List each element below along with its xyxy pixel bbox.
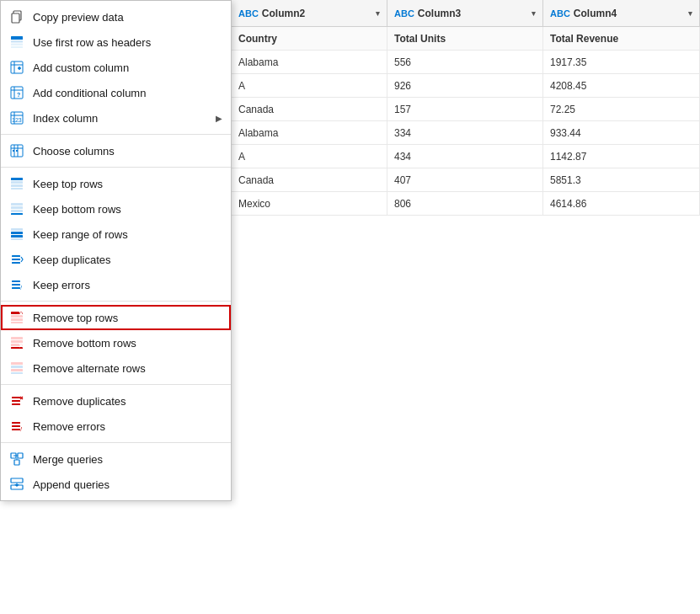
svg-rect-41 xyxy=(12,255,20,257)
cell-5-2: 434 xyxy=(387,145,543,168)
menu-item-keep-range[interactable]: Keep range of rows xyxy=(1,222,231,247)
col4-type-icon: ABC xyxy=(550,8,570,19)
col2-type-icon: ABC xyxy=(238,8,259,19)
cell-7-2: 806 xyxy=(387,192,543,215)
svg-rect-64 xyxy=(12,397,20,398)
header-icon xyxy=(9,35,24,50)
svg-rect-66 xyxy=(12,403,20,405)
cell-2-1: A xyxy=(232,74,387,97)
svg-rect-74 xyxy=(18,453,23,458)
remove-bottom-rows-label: Remove bottom rows xyxy=(33,337,136,350)
cell-0-1: Country xyxy=(232,27,387,50)
svg-rect-9 xyxy=(11,46,23,48)
col3-dropdown-arrow[interactable]: ▾ xyxy=(532,9,536,18)
svg-rect-44 xyxy=(12,280,20,282)
svg-rect-65 xyxy=(12,400,20,402)
menu-item-index-col[interactable]: 123 Index column ▶ xyxy=(1,105,231,131)
cell-5-3: 1142.87 xyxy=(543,145,700,168)
context-menu: Copy preview data Use first row as heade… xyxy=(0,0,232,501)
svg-rect-27 xyxy=(13,150,14,152)
index-col-icon: 123 xyxy=(9,110,24,125)
menu-item-keep-top-rows[interactable]: Keep top rows xyxy=(1,171,231,196)
menu-item-add-custom-col[interactable]: Add custom column xyxy=(1,55,231,80)
menu-item-keep-errors[interactable]: ! Keep errors xyxy=(1,272,231,297)
column3-header[interactable]: ABC Column3 ▾ xyxy=(387,0,543,26)
svg-rect-71 xyxy=(12,429,20,430)
menu-item-append-queries[interactable]: Append queries xyxy=(1,472,231,497)
copy-icon xyxy=(9,9,24,24)
svg-rect-43 xyxy=(12,262,20,264)
cell-1-3: 1917.35 xyxy=(543,51,700,73)
append-queries-label: Append queries xyxy=(33,478,110,491)
svg-rect-70 xyxy=(12,425,20,427)
separator-2 xyxy=(1,167,231,168)
menu-item-merge-queries[interactable]: Merge queries xyxy=(1,446,231,472)
add-custom-col-label: Add custom column xyxy=(33,61,129,74)
svg-rect-75 xyxy=(14,460,19,465)
col2-dropdown-arrow[interactable]: ▾ xyxy=(376,9,380,18)
menu-item-remove-bottom-rows[interactable]: Remove bottom rows xyxy=(1,330,231,355)
svg-rect-5 xyxy=(12,13,19,23)
column4-header[interactable]: ABC Column4 ▾ xyxy=(543,0,700,26)
separator-5 xyxy=(1,442,231,443)
keep-top-rows-icon xyxy=(9,176,24,191)
svg-rect-31 xyxy=(11,184,23,187)
svg-rect-49 xyxy=(11,315,23,318)
svg-rect-33 xyxy=(11,203,23,206)
svg-rect-37 xyxy=(11,228,23,231)
column2-header[interactable]: ABC Column2 ▾ xyxy=(232,0,387,26)
col3-type-icon: ABC xyxy=(394,8,414,19)
remove-errors-label: Remove errors xyxy=(33,420,105,433)
remove-top-rows-icon xyxy=(9,310,24,325)
svg-rect-46 xyxy=(12,287,20,289)
menu-item-remove-alternate-rows[interactable]: Remove alternate rows xyxy=(1,355,231,381)
cell-4-3: 933.44 xyxy=(543,121,700,144)
svg-rect-10 xyxy=(11,61,23,73)
menu-item-choose-cols[interactable]: Choose columns xyxy=(1,138,231,163)
copy-preview-label: Copy preview data xyxy=(33,11,124,24)
menu-item-keep-duplicates[interactable]: Keep duplicates xyxy=(1,247,231,272)
menu-item-remove-errors[interactable]: ! Remove errors xyxy=(1,414,231,439)
menu-item-copy-preview[interactable]: Copy preview data xyxy=(1,4,231,29)
col4-dropdown-arrow[interactable]: ▾ xyxy=(688,9,692,18)
separator-4 xyxy=(1,384,231,385)
cell-4-2: 334 xyxy=(387,121,543,144)
cell-1-2: 556 xyxy=(387,51,543,73)
append-queries-icon xyxy=(9,477,24,492)
cond-col-icon: ? xyxy=(9,85,24,100)
use-first-row-label: Use first row as headers xyxy=(33,36,151,49)
cell-6-3: 5851.3 xyxy=(543,168,700,191)
keep-top-rows-label: Keep top rows xyxy=(33,178,103,190)
remove-top-rows-label: Remove top rows xyxy=(33,312,118,324)
svg-rect-61 xyxy=(11,366,23,368)
svg-rect-38 xyxy=(11,232,23,234)
keep-duplicates-icon xyxy=(9,252,24,267)
menu-item-keep-bottom-rows[interactable]: Keep bottom rows xyxy=(1,196,231,222)
svg-rect-7 xyxy=(11,40,23,43)
merge-queries-label: Merge queries xyxy=(33,453,103,466)
cell-2-2: 926 xyxy=(387,74,543,97)
index-col-arrow: ▶ xyxy=(216,114,222,123)
menu-item-remove-duplicates[interactable]: Remove duplicates xyxy=(1,388,231,414)
svg-rect-55 xyxy=(11,340,23,343)
choose-cols-label: Choose columns xyxy=(33,145,115,158)
merge-queries-icon xyxy=(9,451,24,467)
cell-2-3: 4208.45 xyxy=(543,74,700,97)
choose-cols-icon xyxy=(9,143,24,158)
separator-1 xyxy=(1,134,231,135)
cell-3-2: 157 xyxy=(387,98,543,120)
remove-duplicates-icon xyxy=(9,393,24,408)
cell-5-1: A xyxy=(232,145,387,168)
col4-label: Column4 xyxy=(574,8,617,19)
cell-3-3: 72.25 xyxy=(543,98,700,120)
keep-range-icon xyxy=(9,227,24,242)
cell-3-1: Canada xyxy=(232,98,387,120)
keep-duplicates-label: Keep duplicates xyxy=(33,254,111,266)
svg-text:!: ! xyxy=(20,426,22,432)
menu-item-remove-top-rows[interactable]: Remove top rows xyxy=(1,305,231,330)
svg-rect-60 xyxy=(11,362,23,365)
menu-item-use-first-row[interactable]: Use first row as headers xyxy=(1,29,231,55)
cell-4-1: Alabama xyxy=(232,121,387,144)
menu-item-add-conditional-col[interactable]: ? Add conditional column xyxy=(1,80,231,105)
cell-6-1: Canada xyxy=(232,168,387,191)
